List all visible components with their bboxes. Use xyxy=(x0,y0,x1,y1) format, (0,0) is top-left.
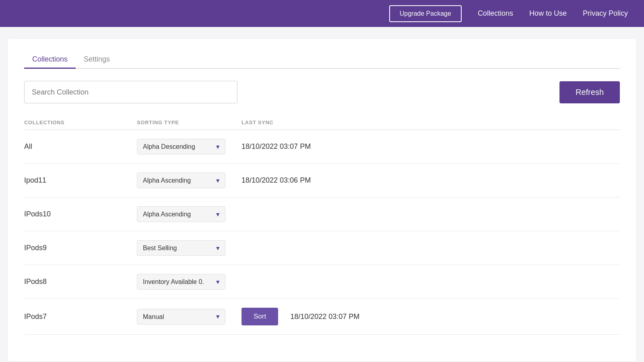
table-row: IPods7Alpha DescendingAlpha AscendingBes… xyxy=(24,299,620,335)
search-input[interactable] xyxy=(24,81,237,103)
sort-select-wrapper: Alpha DescendingAlpha AscendingBest Sell… xyxy=(137,309,225,325)
sort-type-select[interactable]: Alpha DescendingAlpha AscendingBest Sell… xyxy=(137,309,225,325)
sort-type-select[interactable]: Alpha DescendingAlpha AscendingBest Sell… xyxy=(137,274,225,290)
search-row: Refresh xyxy=(24,81,620,103)
table-row: IPods8Alpha DescendingAlpha AscendingBes… xyxy=(24,265,620,299)
table-body: AllAlpha DescendingAlpha AscendingBest S… xyxy=(24,130,620,335)
table-header: COLLECTIONS SORTING TYPE LAST SYNC xyxy=(24,115,620,130)
top-navigation: Upgrade Package Collections How to Use P… xyxy=(0,0,644,27)
last-sync-value: 18/10/2022 03:07 PM xyxy=(290,313,359,321)
sort-button[interactable]: Sort xyxy=(242,308,278,325)
last-sync-value: 18/10/2022 03:06 PM xyxy=(242,176,311,185)
table-row: IPods10Alpha DescendingAlpha AscendingBe… xyxy=(24,197,620,231)
privacy-policy-nav-link[interactable]: Privacy Policy xyxy=(583,9,628,18)
sort-type-select[interactable]: Alpha DescendingAlpha AscendingBest Sell… xyxy=(137,139,225,154)
table-row: AllAlpha DescendingAlpha AscendingBest S… xyxy=(24,130,620,164)
collection-name: IPods10 xyxy=(24,210,137,218)
table-row: Ipod11Alpha DescendingAlpha AscendingBes… xyxy=(24,164,620,197)
header-sorting-type: SORTING TYPE xyxy=(137,119,242,125)
header-collections: COLLECTIONS xyxy=(24,119,137,125)
collection-name: IPods9 xyxy=(24,244,137,252)
collection-name: IPods7 xyxy=(24,313,137,321)
tab-collections[interactable]: Collections xyxy=(24,51,76,69)
row-actions: 18/10/2022 03:07 PM xyxy=(242,142,620,151)
sort-select-wrapper: Alpha DescendingAlpha AscendingBest Sell… xyxy=(137,274,225,290)
sort-select-wrapper: Alpha DescendingAlpha AscendingBest Sell… xyxy=(137,240,225,256)
collection-name: Ipod11 xyxy=(24,176,137,185)
sort-type-select[interactable]: Alpha DescendingAlpha AscendingBest Sell… xyxy=(137,206,225,222)
sort-select-wrapper: Alpha DescendingAlpha AscendingBest Sell… xyxy=(137,206,225,222)
how-to-use-nav-link[interactable]: How to Use xyxy=(529,9,567,18)
sort-type-select[interactable]: Alpha DescendingAlpha AscendingBest Sell… xyxy=(137,173,225,188)
refresh-button[interactable]: Refresh xyxy=(559,81,620,103)
row-actions: Sort18/10/2022 03:07 PM xyxy=(242,308,620,325)
row-actions: 18/10/2022 03:06 PM xyxy=(242,176,620,185)
tab-settings[interactable]: Settings xyxy=(76,51,118,69)
header-last-sync: LAST SYNC xyxy=(242,119,620,125)
sort-select-wrapper: Alpha DescendingAlpha AscendingBest Sell… xyxy=(137,173,225,188)
collection-name: IPods8 xyxy=(24,278,137,286)
sort-select-wrapper: Alpha DescendingAlpha AscendingBest Sell… xyxy=(137,139,225,154)
sort-type-select[interactable]: Alpha DescendingAlpha AscendingBest Sell… xyxy=(137,240,225,256)
last-sync-value: 18/10/2022 03:07 PM xyxy=(242,142,311,151)
collection-name: All xyxy=(24,142,137,151)
upgrade-package-button[interactable]: Upgrade Package xyxy=(389,5,462,22)
table-row: IPods9Alpha DescendingAlpha AscendingBes… xyxy=(24,231,620,265)
tab-bar: Collections Settings xyxy=(24,51,620,69)
collections-nav-link[interactable]: Collections xyxy=(478,9,513,18)
main-content: Collections Settings Refresh COLLECTIONS… xyxy=(8,39,636,361)
